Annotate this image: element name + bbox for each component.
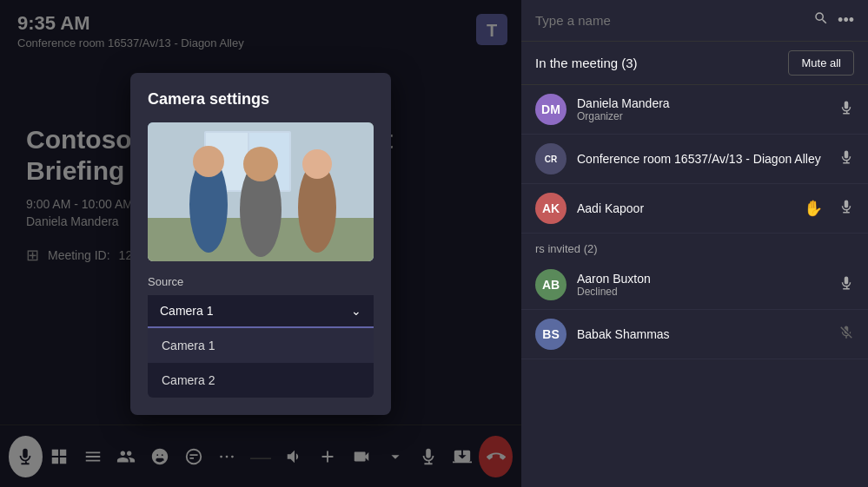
- modal-title: Camera settings: [148, 90, 374, 109]
- mic-icon[interactable]: [838, 275, 854, 295]
- mute-all-button[interactable]: Mute all: [788, 50, 854, 76]
- camera-options-list: Camera 1 Camera 2: [148, 328, 374, 398]
- participant-details: Aadi Kapoor: [577, 201, 793, 215]
- modal-overlay: Camera settings: [0, 0, 521, 487]
- mic-icon[interactable]: [838, 199, 854, 219]
- source-label: Source: [148, 275, 374, 288]
- participant-name: Aadi Kapoor: [577, 201, 793, 215]
- participant-role: Declined: [577, 286, 828, 298]
- more-options-icon[interactable]: •••: [838, 11, 854, 30]
- participant-item: CR Conference room 16537/Av/13 - Diagon …: [521, 135, 868, 184]
- participant-name: Babak Shammas: [577, 327, 828, 341]
- in-meeting-label: In the meeting (3): [535, 56, 638, 70]
- camera-settings-modal: Camera settings: [130, 73, 391, 415]
- participant-role: Organizer: [577, 110, 828, 122]
- participant-item: BS Babak Shammas: [521, 310, 868, 359]
- search-icon[interactable]: [813, 10, 829, 30]
- participant-name: Daniela Mandera: [577, 96, 828, 110]
- search-input[interactable]: [535, 13, 805, 28]
- selected-camera-label: Camera 1: [160, 304, 213, 318]
- participant-details: Daniela Mandera Organizer: [577, 96, 828, 122]
- participant-name: Aaron Buxton: [577, 272, 828, 286]
- svg-point-12: [193, 146, 224, 177]
- svg-point-14: [243, 147, 278, 181]
- raised-hand-icon: ✋: [804, 199, 823, 218]
- participant-details: Aaron Buxton Declined: [577, 272, 828, 298]
- mic-icon[interactable]: [838, 149, 854, 169]
- svg-point-16: [302, 149, 332, 179]
- mic-muted-icon[interactable]: [838, 325, 854, 345]
- avatar: AB: [535, 269, 567, 300]
- in-meeting-bar: In the meeting (3) Mute all: [521, 42, 868, 85]
- right-panel: ••• In the meeting (3) Mute all DM Danie…: [521, 0, 868, 487]
- camera-option-1[interactable]: Camera 1: [148, 328, 374, 363]
- participant-details: Babak Shammas: [577, 327, 828, 341]
- avatar: CR: [535, 143, 567, 174]
- camera-preview: [148, 122, 374, 261]
- search-bar: •••: [521, 0, 868, 42]
- participant-item: DM Daniela Mandera Organizer: [521, 85, 868, 135]
- camera-source-dropdown[interactable]: Camera 1 ⌄: [148, 295, 374, 328]
- mic-icon[interactable]: [838, 100, 854, 120]
- camera-option-2[interactable]: Camera 2: [148, 363, 374, 398]
- dropdown-chevron-icon: ⌄: [351, 304, 361, 318]
- participant-item: AK Aadi Kapoor ✋: [521, 184, 868, 234]
- participant-details: Conference room 16537/Av/13 - Diagon All…: [577, 152, 828, 166]
- participant-item: AB Aaron Buxton Declined: [521, 260, 868, 310]
- participants-list: DM Daniela Mandera Organizer CR Conferen…: [521, 85, 868, 487]
- left-panel: 9:35 AM Conference room 16537/Av/13 - Di…: [0, 0, 521, 487]
- invited-section-header: rs invited (2): [521, 234, 868, 260]
- participant-name: Conference room 16537/Av/13 - Diagon All…: [577, 152, 828, 166]
- avatar: DM: [535, 94, 567, 125]
- avatar: AK: [535, 193, 567, 224]
- avatar: BS: [535, 319, 567, 350]
